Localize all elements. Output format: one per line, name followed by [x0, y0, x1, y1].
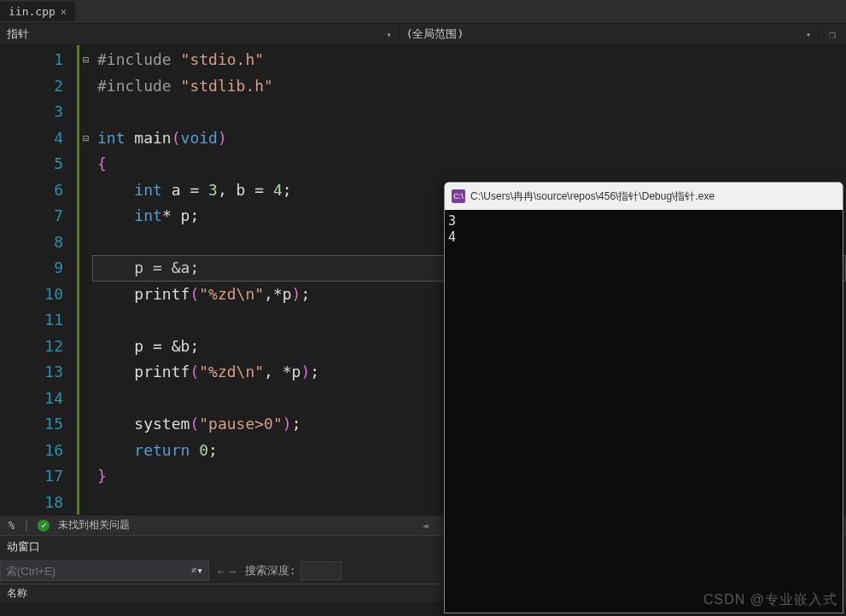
context-bar: 指针 ▾ (全局范围) ▾ ❐ — [0, 24, 846, 45]
arrow-left-icon[interactable]: ← — [218, 565, 225, 578]
depth-label: 搜索深度: — [245, 563, 296, 578]
context-right[interactable]: (全局范围) ▾ — [400, 24, 819, 44]
divider: | — [23, 520, 29, 532]
close-icon[interactable]: × — [61, 6, 67, 18]
search-input[interactable] — [6, 565, 191, 578]
percent-label: % — [5, 520, 15, 532]
console-title-text: C:\Users\冉冉\source\repos\456\指针\Debug\指针… — [470, 189, 715, 204]
context-right-label: (全局范围) — [406, 26, 464, 42]
console-output: 3 4 — [445, 210, 843, 613]
context-left[interactable]: 指针 ▾ — [0, 24, 400, 44]
chevron-down-icon: ▾ — [806, 30, 811, 39]
depth-input[interactable] — [300, 561, 341, 580]
arrow-right-icon[interactable]: → — [230, 565, 236, 578]
arrow-left-icon[interactable]: ◄ — [423, 520, 429, 532]
fold-bar[interactable]: ⊟ ⊟ — [77, 45, 92, 514]
search-input-wrapper[interactable]: 𝄎▾ — [0, 561, 209, 581]
context-aux[interactable]: ❐ — [819, 24, 846, 44]
console-titlebar[interactable]: C:\ C:\Users\冉冉\source\repos\456\指针\Debu… — [445, 183, 843, 210]
console-icon: C:\ — [452, 189, 465, 203]
chevron-down-icon: ▾ — [387, 30, 392, 39]
console-window[interactable]: C:\ C:\Users\冉冉\source\repos\456\指针\Debu… — [444, 182, 843, 613]
tab-label: iin.cpp — [9, 5, 55, 18]
cube-icon: ❐ — [829, 28, 836, 41]
check-icon: ✓ — [38, 520, 50, 532]
context-left-label: 指针 — [7, 26, 29, 42]
nav-arrows: ← → — [209, 565, 245, 578]
watermark: CSDN @专业嵌入式 — [703, 591, 837, 609]
line-gutter: 123 456 789 101112 131415 161718 — [0, 45, 77, 514]
tabs-bar: iin.cpp × — [0, 0, 846, 24]
search-icon[interactable]: 𝄎▾ — [191, 564, 203, 578]
file-tab[interactable]: iin.cpp × — [0, 2, 75, 21]
issues-text: 未找到相关问题 — [58, 518, 130, 532]
